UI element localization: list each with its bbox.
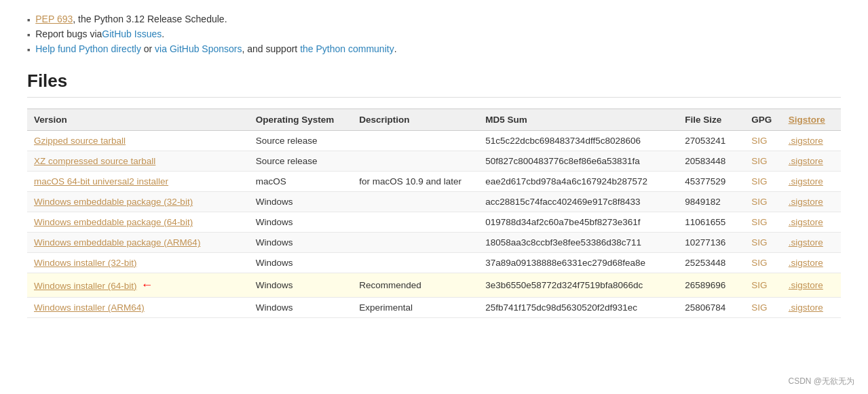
cell-md5: 18058aa3c8ccbf3e8fee53386d38c711 [478,233,678,253]
gpg-link[interactable]: SIG [751,197,767,207]
cell-version: Windows installer (32-bit) [27,253,249,273]
files-heading: Files [27,71,841,98]
cell-gpg: SIG [744,192,781,212]
cell-md5: 51c5c22dcbc698483734dff5c8028606 [478,131,678,151]
gpg-link[interactable]: SIG [751,280,767,290]
cell-md5: acc28815c74facc402469e917c8f8433 [478,192,678,212]
cell-md5: eae2d617cbd978a4a6c167924b287572 [478,172,678,192]
cell-sigstore: .sigstore [782,273,841,298]
cell-sigstore: .sigstore [782,172,841,192]
cell-os: macOS [249,172,352,192]
cell-md5: 25fb741f175dc98d5630520f2df931ec [478,298,678,318]
cell-size: 11061655 [678,212,744,233]
pep-link[interactable]: PEP 693 [35,14,73,24]
python-community-link[interactable]: the Python community [300,43,394,54]
cell-sigstore: .sigstore [782,192,841,212]
cell-version: Windows installer (ARM64) [27,298,249,318]
cell-desc: Recommended [352,273,478,298]
sigstore-link[interactable]: .sigstore [789,237,823,248]
col-header-sigstore[interactable]: Sigstore [782,109,841,131]
bugs-prefix: Report bugs via [35,28,102,39]
top-section: PEP 693 , the Python 3.12 Release Schedu… [27,14,841,54]
col-header-gpg: GPG [744,109,781,131]
gpg-link[interactable]: SIG [751,237,767,248]
cell-size: 45377529 [678,172,744,192]
cell-os: Windows [249,298,352,318]
version-link[interactable]: Windows installer (ARM64) [34,302,145,313]
table-row: Windows embeddable package (ARM64)Window… [27,233,841,253]
sigstore-link[interactable]: .sigstore [789,280,823,290]
gpg-link[interactable]: SIG [751,136,767,146]
version-link[interactable]: macOS 64-bit universal2 installer [34,176,168,186]
github-sponsors-link[interactable]: via GitHub Sponsors [155,43,242,54]
cell-md5: 50f827c800483776c8ef86e6a53831fa [478,151,678,172]
table-row: Windows embeddable package (64-bit)Windo… [27,212,841,233]
cell-gpg: SIG [744,253,781,273]
arrow-icon: ← [141,278,153,292]
fund-period: . [394,43,397,54]
sigstore-link[interactable]: .sigstore [789,136,823,146]
bullet-pep: PEP 693 , the Python 3.12 Release Schedu… [27,14,841,24]
table-row: Windows installer (ARM64)WindowsExperime… [27,298,841,318]
cell-size: 26589696 [678,273,744,298]
cell-gpg: SIG [744,233,781,253]
files-section: Files Version Operating System Descripti… [27,71,841,318]
github-issues-link[interactable]: GitHub Issues [102,28,162,39]
cell-gpg: SIG [744,298,781,318]
help-fund-link[interactable]: Help fund Python directly [35,43,141,54]
cell-md5: 3e3b6550e58772d324f7519bfa8066dc [478,273,678,298]
cell-sigstore: .sigstore [782,233,841,253]
bugs-suffix: . [162,28,164,39]
files-table: Version Operating System Description MD5… [27,109,841,318]
col-header-md5: MD5 Sum [478,109,678,131]
cell-version: Windows embeddable package (32-bit) [27,192,249,212]
pep-text: , the Python 3.12 Release Schedule. [73,14,227,24]
cell-desc [352,151,478,172]
table-body: Gzipped source tarballSource release51c5… [27,131,841,318]
gpg-link[interactable]: SIG [751,258,767,268]
cell-os: Windows [249,253,352,273]
sigstore-link[interactable]: .sigstore [789,197,823,207]
sigstore-link[interactable]: .sigstore [789,217,823,227]
cell-desc [352,253,478,273]
cell-version: Windows embeddable package (64-bit) [27,212,249,233]
gpg-link[interactable]: SIG [751,156,767,166]
gpg-link[interactable]: SIG [751,176,767,186]
cell-version: macOS 64-bit universal2 installer [27,172,249,192]
version-link[interactable]: Gzipped source tarball [34,136,126,146]
cell-version: Gzipped source tarball [27,131,249,151]
version-link[interactable]: Windows embeddable package (32-bit) [34,197,193,207]
cell-md5: 37a89a09138888e6331ec279d68fea8e [478,253,678,273]
cell-md5: 019788d34af2c60a7be45bf8273e361f [478,212,678,233]
sigstore-link[interactable]: .sigstore [789,176,823,186]
cell-sigstore: .sigstore [782,151,841,172]
col-header-os: Operating System [249,109,352,131]
col-header-version: Version [27,109,249,131]
table-header: Version Operating System Description MD5… [27,109,841,131]
table-row: Gzipped source tarballSource release51c5… [27,131,841,151]
cell-size: 25253448 [678,253,744,273]
cell-size: 27053241 [678,131,744,151]
cell-size: 25806784 [678,298,744,318]
sigstore-link[interactable]: .sigstore [789,156,823,166]
version-link[interactable]: Windows embeddable package (64-bit) [34,217,193,227]
cell-size: 10277136 [678,233,744,253]
cell-gpg: SIG [744,131,781,151]
fund-or: or [141,43,155,54]
cell-os: Windows [249,273,352,298]
gpg-link[interactable]: SIG [751,302,767,313]
cell-gpg: SIG [744,273,781,298]
sigstore-link[interactable]: .sigstore [789,258,823,268]
cell-os: Windows [249,192,352,212]
version-link[interactable]: Windows installer (64-bit) [34,281,137,291]
gpg-link[interactable]: SIG [751,217,767,227]
bullet-list: PEP 693 , the Python 3.12 Release Schedu… [27,14,841,54]
cell-os: Source release [249,131,352,151]
bullet-bugs: Report bugs via GitHub Issues . [27,28,841,39]
version-link[interactable]: Windows installer (32-bit) [34,258,137,268]
cell-desc [352,233,478,253]
sigstore-link[interactable]: .sigstore [789,302,823,313]
version-link[interactable]: Windows embeddable package (ARM64) [34,237,200,248]
version-link[interactable]: XZ compressed source tarball [34,156,155,166]
cell-sigstore: .sigstore [782,212,841,233]
